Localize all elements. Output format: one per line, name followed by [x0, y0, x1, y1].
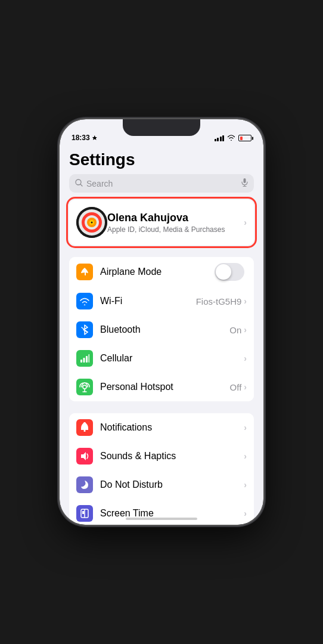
- svg-line-1: [80, 184, 82, 186]
- svg-rect-2: [244, 178, 246, 183]
- settings-row-screen-time[interactable]: Screen Time ›: [69, 499, 254, 525]
- sounds-chevron: ›: [244, 451, 247, 461]
- settings-list-notifications: Notifications › Sounds & Haptics ›: [69, 413, 254, 525]
- status-time: 18:33: [72, 134, 98, 142]
- hotspot-chevron: ›: [244, 382, 247, 392]
- location-icon: [92, 135, 98, 141]
- airplane-mode-label: Airplane Mode: [100, 267, 215, 277]
- battery-icon: [238, 135, 251, 141]
- svg-rect-14: [86, 356, 88, 363]
- bluetooth-label: Bluetooth: [100, 324, 229, 335]
- hotspot-value: Off: [230, 382, 242, 392]
- search-bar[interactable]: Search: [69, 174, 254, 193]
- bluetooth-icon: [76, 321, 93, 338]
- sounds-icon: [76, 448, 93, 465]
- status-icons: [215, 134, 252, 142]
- do-not-disturb-icon: [76, 476, 93, 493]
- notch: [123, 119, 200, 136]
- settings-row-notifications[interactable]: Notifications ›: [69, 413, 254, 442]
- svg-rect-13: [83, 358, 85, 363]
- profile-row[interactable]: Olena Kahujova Apple ID, iCloud, Media &…: [69, 200, 254, 245]
- settings-row-wifi[interactable]: Wi-Fi Fios-tG5H9 ›: [69, 287, 254, 315]
- settings-row-cellular[interactable]: Cellular ›: [69, 344, 254, 373]
- svg-rect-12: [80, 360, 82, 363]
- time-display: 18:33: [72, 134, 90, 142]
- airplane-mode-toggle[interactable]: [215, 263, 244, 281]
- profile-name: Olena Kahujova: [107, 212, 244, 224]
- notifications-chevron: ›: [244, 423, 247, 432]
- cellular-icon: [76, 350, 93, 367]
- airplane-mode-icon: [76, 264, 93, 280]
- bluetooth-chevron: ›: [244, 325, 247, 335]
- page-title: Settings: [60, 145, 263, 174]
- settings-row-do-not-disturb[interactable]: Do Not Disturb ›: [69, 470, 254, 499]
- mic-icon: [241, 178, 248, 188]
- signal-bars-icon: [215, 135, 225, 141]
- svg-rect-19: [84, 430, 86, 432]
- profile-avatar: [76, 207, 107, 238]
- do-not-disturb-label: Do Not Disturb: [100, 479, 244, 490]
- svg-rect-23: [82, 511, 84, 514]
- screen-time-icon: [76, 505, 93, 522]
- sounds-label: Sounds & Haptics: [100, 451, 244, 462]
- wifi-value: Fios-tG5H9: [196, 296, 242, 306]
- profile-chevron: ›: [244, 218, 247, 227]
- hotspot-label: Personal Hotspot: [100, 382, 230, 392]
- notifications-icon: [76, 419, 93, 436]
- hotspot-icon: [76, 379, 93, 395]
- search-icon: [75, 179, 83, 188]
- settings-row-bluetooth[interactable]: Bluetooth On ›: [69, 315, 254, 344]
- profile-info: Olena Kahujova Apple ID, iCloud, Media &…: [107, 212, 244, 234]
- do-not-disturb-chevron: ›: [244, 480, 247, 490]
- settings-row-airplane-mode[interactable]: Airplane Mode: [69, 257, 254, 287]
- settings-group-notifications: Notifications › Sounds & Haptics ›: [60, 413, 263, 525]
- profile-subtitle: Apple ID, iCloud, Media & Purchases: [107, 225, 244, 234]
- wifi-label: Wi-Fi: [100, 296, 196, 306]
- wifi-icon: [76, 293, 93, 309]
- settings-row-personal-hotspot[interactable]: Personal Hotspot Off ›: [69, 373, 254, 401]
- wifi-chevron: ›: [244, 296, 247, 306]
- settings-list-connectivity: Airplane Mode: [69, 257, 254, 401]
- settings-group-connectivity: Airplane Mode: [60, 257, 263, 401]
- svg-rect-15: [89, 354, 90, 363]
- screen-time-chevron: ›: [244, 509, 247, 518]
- svg-point-11: [91, 222, 93, 224]
- phone-frame: 18:33: [60, 119, 263, 525]
- cellular-label: Cellular: [100, 353, 241, 364]
- svg-point-16: [83, 385, 86, 389]
- settings-row-sounds[interactable]: Sounds & Haptics ›: [69, 442, 254, 470]
- cellular-chevron: ›: [244, 354, 247, 363]
- search-placeholder: Search: [86, 179, 238, 188]
- screen: 18:33: [60, 119, 263, 525]
- home-indicator: [126, 518, 197, 520]
- settings-content[interactable]: Settings Search: [60, 145, 263, 525]
- wifi-status-icon: [227, 134, 235, 142]
- notifications-label: Notifications: [100, 422, 244, 433]
- bluetooth-value: On: [229, 325, 241, 335]
